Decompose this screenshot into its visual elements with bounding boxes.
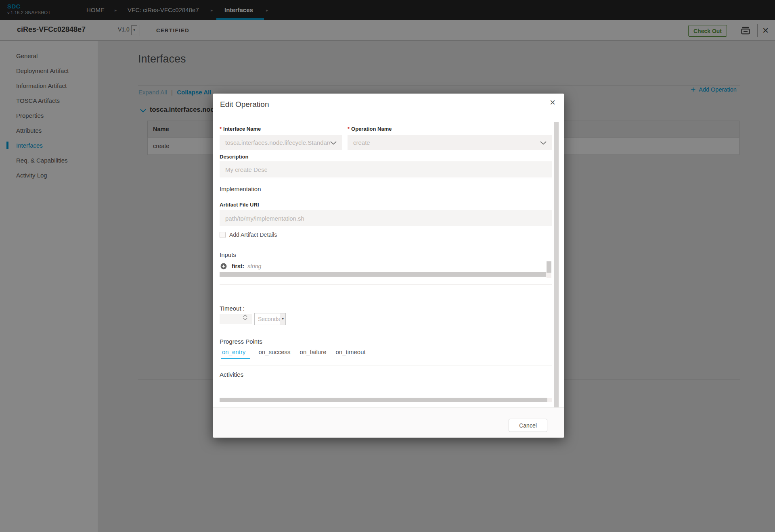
inputs-section-title: Inputs: [220, 251, 236, 258]
divider: [220, 179, 552, 179]
divider: [220, 247, 552, 247]
add-artifact-details-checkbox[interactable]: [220, 232, 226, 238]
artifact-file-uri-label: Artifact File URI: [220, 202, 259, 208]
inputs-vertical-scrollbar-track: [547, 261, 551, 278]
artifact-file-uri-input[interactable]: [220, 210, 552, 226]
add-artifact-details-row[interactable]: Add Artifact Details: [220, 232, 277, 238]
modal-footer: Cancel: [213, 407, 564, 438]
timeout-label: Timeout :: [220, 305, 245, 312]
inputs-horizontal-scrollbar[interactable]: [220, 272, 546, 277]
operation-name-select[interactable]: create: [348, 135, 552, 150]
row-divider: [220, 299, 552, 299]
divider: [220, 365, 552, 365]
input-parameter-row: first: string: [220, 263, 261, 269]
description-input[interactable]: [220, 161, 552, 177]
inputs-vertical-scrollbar[interactable]: [547, 261, 551, 273]
activities-section-title: Activities: [220, 371, 243, 378]
plus-circle-icon[interactable]: [220, 263, 227, 269]
progress-points-tabs: on_entry on_success on_failure on_timeou…: [221, 348, 367, 359]
tab-on-failure[interactable]: on_failure: [299, 348, 328, 359]
timeout-unit-select[interactable]: Seconds ▼: [254, 313, 286, 325]
input-param-type: string: [247, 263, 261, 269]
dropdown-arrow-icon: ▼: [280, 313, 285, 325]
chevron-down-icon: [330, 139, 337, 146]
add-artifact-details-label: Add Artifact Details: [229, 232, 277, 238]
interface-name-select[interactable]: tosca.interfaces.node.lifecycle.Standard: [220, 135, 342, 150]
interface-name-label: *Interface Name: [220, 126, 261, 132]
activities-horizontal-scrollbar-track: [547, 398, 552, 402]
activities-horizontal-scrollbar[interactable]: [220, 398, 547, 402]
tab-on-entry[interactable]: on_entry: [221, 348, 250, 359]
operation-name-label: *Operation Name: [348, 126, 392, 132]
tab-on-success[interactable]: on_success: [257, 348, 291, 359]
input-param-name: first:: [232, 263, 244, 269]
cancel-button[interactable]: Cancel: [509, 419, 547, 432]
required-asterisk: *: [348, 126, 350, 132]
number-stepper-icon[interactable]: [243, 315, 247, 320]
description-label: Description: [220, 154, 249, 160]
chevron-down-icon: [540, 139, 547, 146]
modal-title: Edit Operation: [220, 100, 269, 109]
edit-operation-modal: Edit Operation × *Interface Name *Operat…: [213, 94, 564, 438]
row-divider: [220, 284, 552, 285]
divider: [220, 333, 552, 333]
close-icon[interactable]: ×: [550, 97, 555, 108]
page: SDC v.1.16.2-SNAPSHOT HOME ▸ VFC: ciRes-…: [0, 0, 775, 532]
implementation-section-title: Implementation: [220, 186, 261, 192]
modal-vertical-scrollbar[interactable]: [554, 122, 559, 407]
progress-points-title: Progress Points: [220, 338, 262, 345]
tab-on-timeout[interactable]: on_timeout: [334, 348, 367, 359]
required-asterisk: *: [220, 126, 222, 132]
